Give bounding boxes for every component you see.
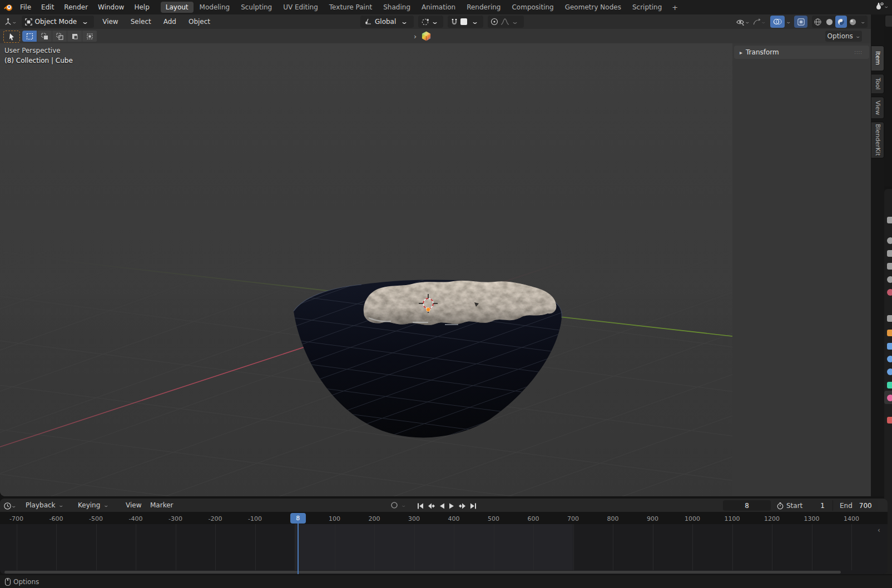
- current-frame-field[interactable]: 8: [723, 500, 771, 511]
- properties-tab-scene-icon[interactable]: [887, 276, 892, 283]
- current-frame-badge[interactable]: 8: [290, 513, 306, 524]
- properties-tab-render-icon[interactable]: [887, 237, 892, 244]
- jump-to-start-button[interactable]: [416, 501, 424, 512]
- workspace-tab-sculpting[interactable]: Sculpting: [236, 2, 277, 13]
- editor-type-button[interactable]: ⌄: [2, 16, 18, 28]
- properties-tab-output-icon[interactable]: [887, 250, 892, 257]
- workspace-tab-scripting[interactable]: Scripting: [627, 2, 667, 13]
- properties-tab-world-icon[interactable]: [887, 289, 892, 296]
- pivot-dropdown[interactable]: ⌄: [418, 16, 443, 28]
- previous-keyframe-button[interactable]: [427, 501, 435, 512]
- play-reverse-button[interactable]: [438, 501, 445, 512]
- shading-wireframe-button[interactable]: [812, 16, 824, 28]
- outliner-header[interactable]: [885, 16, 892, 27]
- select-mode-extend-button[interactable]: [37, 31, 52, 42]
- timeline-menu-view[interactable]: View: [126, 499, 141, 512]
- workspace-tab-animation[interactable]: Animation: [417, 2, 460, 13]
- properties-tab-object-icon[interactable]: [887, 315, 892, 322]
- properties-tab-constraints-icon[interactable]: [887, 368, 892, 375]
- chevron-down-icon: ⌄: [511, 18, 519, 26]
- timeline-editor-type-button[interactable]: ⌄: [3, 500, 16, 512]
- viewport-menu-view[interactable]: View: [96, 15, 124, 28]
- timeline-ruler[interactable]: -700-600-500-400-300-200-100100200300400…: [0, 512, 888, 524]
- workspace-tab-geometry-nodes[interactable]: Geometry Nodes: [560, 2, 626, 13]
- properties-tab-texture-icon[interactable]: [887, 417, 892, 423]
- chevron-down-icon[interactable]: ⌄: [785, 19, 791, 24]
- properties-tab-view-layer-icon[interactable]: [887, 263, 892, 270]
- timeline-editor[interactable]: ⌄ Playback⌄Keying⌄ViewMarker ⌄ 8: [0, 499, 888, 574]
- workspace-tab-modeling[interactable]: Modeling: [195, 2, 235, 13]
- auto-keying-toggle[interactable]: [390, 501, 398, 511]
- menu-render[interactable]: Render: [59, 0, 93, 14]
- add-workspace-button[interactable]: +: [667, 3, 682, 12]
- menu-help[interactable]: Help: [129, 0, 154, 14]
- timeline-tracks[interactable]: [0, 524, 888, 570]
- expand-arrow-icon[interactable]: ›: [414, 32, 417, 41]
- timeline-gridline: [374, 524, 375, 570]
- shading-material-button[interactable]: [835, 16, 847, 28]
- orientation-dropdown[interactable]: Global ⌄: [360, 16, 414, 28]
- jump-to-end-button[interactable]: [469, 501, 478, 512]
- select-mode-new-button[interactable]: [22, 31, 37, 42]
- menu-window[interactable]: Window: [93, 0, 129, 14]
- workspace-tab-shading[interactable]: Shading: [378, 2, 415, 13]
- properties-tab-data-icon[interactable]: [887, 382, 892, 388]
- proportional-edit-controls[interactable]: ⌄: [488, 16, 523, 28]
- select-mode-invert-button[interactable]: [67, 31, 82, 42]
- ruler-tick-label: 800: [607, 515, 619, 522]
- workspace-tab-texture-paint[interactable]: Texture Paint: [324, 2, 377, 13]
- gizmos-button[interactable]: ⌄: [752, 16, 766, 28]
- properties-tab-tool-icon[interactable]: [887, 217, 892, 223]
- menu-file[interactable]: File: [15, 0, 36, 14]
- timeline-menu-keying[interactable]: Keying: [78, 499, 100, 512]
- workspace-tab-layout[interactable]: Layout: [161, 2, 194, 13]
- current-frame-value: 8: [745, 502, 749, 510]
- timeline-scrollbar[interactable]: [4, 571, 841, 574]
- timeline-menu-marker[interactable]: Marker: [150, 499, 173, 512]
- sidebar-tab-tool[interactable]: Tool: [871, 74, 884, 94]
- timeline-menu-playback[interactable]: Playback: [26, 499, 56, 512]
- frame-range-fields[interactable]: Start 1 End 700: [773, 500, 878, 511]
- select-mode-subtract-button[interactable]: [52, 31, 67, 42]
- properties-tab-particles-icon[interactable]: [887, 343, 892, 350]
- viewport-menu-select[interactable]: Select: [125, 15, 157, 28]
- panel-grip[interactable]: ::::: [854, 50, 863, 55]
- timeline-gridline: [255, 524, 256, 570]
- xray-toggle[interactable]: [794, 16, 807, 28]
- sidebar-tab-item[interactable]: Item: [871, 46, 884, 71]
- menu-edit[interactable]: Edit: [36, 0, 59, 14]
- chevron-down-icon: ⌄: [11, 19, 17, 24]
- viewport-menu-add[interactable]: Add: [157, 15, 182, 28]
- collapse-arrow-icon[interactable]: ‹: [878, 526, 880, 534]
- workspace-tab-compositing[interactable]: Compositing: [507, 2, 558, 13]
- options-dropdown[interactable]: Options ⌄: [825, 31, 862, 42]
- ruler-tick-label: 1200: [764, 515, 780, 522]
- scene-selector[interactable]: ⌄: [875, 2, 889, 11]
- transform-panel-header[interactable]: ▸ Transform ::::: [734, 46, 869, 59]
- properties-tab-modifiers-icon[interactable]: [887, 330, 892, 336]
- workspace-tab-uv-editing[interactable]: UV Editing: [278, 2, 323, 13]
- viewport-menu-object[interactable]: Object: [182, 15, 216, 28]
- select-mode-intersect-button[interactable]: [82, 31, 97, 42]
- next-keyframe-button[interactable]: [458, 501, 467, 512]
- workspace-tab-rendering[interactable]: Rendering: [462, 2, 506, 13]
- properties-tab-material-icon[interactable]: [887, 395, 892, 401]
- playhead[interactable]: [298, 524, 299, 574]
- asset-cube-icon[interactable]: [421, 31, 432, 42]
- shading-rendered-button[interactable]: [847, 16, 859, 28]
- tweak-tool-button[interactable]: [3, 31, 20, 43]
- sidebar-tab-view[interactable]: View: [871, 97, 884, 119]
- sidebar-tab-blenderkit[interactable]: BlenderKit: [871, 122, 884, 158]
- overlays-button[interactable]: [770, 16, 785, 28]
- chevron-down-icon[interactable]: ⌄: [400, 502, 407, 508]
- chevron-down-icon[interactable]: ⌄: [860, 19, 866, 24]
- show-object-types-button[interactable]: ⌄: [736, 16, 750, 28]
- play-button[interactable]: [448, 501, 455, 512]
- timeline-gridline: [653, 524, 653, 570]
- properties-tab-physics-icon[interactable]: [887, 356, 892, 362]
- ruler-tick-label: 1100: [725, 515, 740, 522]
- snap-controls[interactable]: ⌄: [448, 16, 483, 28]
- status-bar: Options: [0, 575, 892, 588]
- shading-solid-button[interactable]: [824, 16, 835, 28]
- mode-dropdown[interactable]: Object Mode ⌄: [22, 16, 95, 28]
